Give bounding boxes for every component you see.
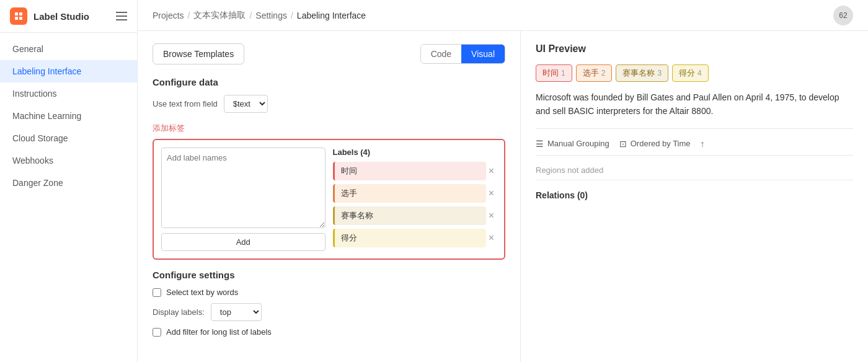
menu-icon[interactable]: [116, 12, 127, 20]
sort-direction-item[interactable]: ↑: [701, 139, 705, 149]
preview-tag-saishimingcheng[interactable]: 赛事名称 3: [616, 64, 668, 82]
breadcrumb-sep-3: /: [291, 11, 293, 20]
select-text-words-label[interactable]: Select text by words: [166, 288, 238, 297]
breadcrumb-projects[interactable]: Projects: [153, 11, 184, 20]
configure-settings-section: Configure settings Select text by words …: [153, 270, 505, 337]
view-toggle: Code Visual: [420, 44, 505, 64]
add-filter-checkbox[interactable]: [153, 328, 161, 337]
configure-settings-title: Configure settings: [153, 270, 505, 280]
label-chip-defen: 得分: [333, 229, 486, 247]
sort-icon: ↑: [701, 139, 705, 149]
label-editor: Add Labels (4) 时间 × 选手 × 赛事名称 ×: [153, 139, 505, 260]
label-close-saishimingcheng[interactable]: ×: [486, 210, 497, 221]
right-panel: UI Preview 时间 1 选手 2 赛事名称 3 得分 4: [521, 31, 868, 362]
add-filter-row: Add filter for long list of labels: [153, 327, 505, 337]
label-close-shijian[interactable]: ×: [486, 166, 497, 177]
tag-num-xuanshou: 2: [601, 69, 606, 77]
left-panel: Browse Templates Code Visual Configure d…: [138, 31, 521, 362]
preview-tag-shijian[interactable]: 时间 1: [536, 64, 572, 82]
regions-not-added: Regions not added: [536, 161, 853, 180]
svg-rect-0: [15, 12, 18, 15]
sidebar-item-instructions[interactable]: Instructions: [0, 82, 137, 105]
label-item: 得分 ×: [333, 229, 497, 247]
code-view-button[interactable]: Code: [421, 45, 461, 63]
sidebar-navigation: General Labeling Interface Instructions …: [0, 33, 137, 199]
main-content: Projects / 文本实体抽取 / Settings / Labeling …: [138, 0, 868, 362]
breadcrumb: Projects / 文本实体抽取 / Settings / Labeling …: [153, 10, 366, 21]
preview-tag-xuanshou[interactable]: 选手 2: [576, 64, 613, 82]
sidebar-header: Label Studio: [0, 0, 137, 33]
user-avatar[interactable]: 62: [833, 6, 853, 25]
sidebar-item-machine-learning[interactable]: Machine Learning: [0, 105, 137, 127]
tag-num-defen: 4: [698, 69, 702, 77]
add-filter-label[interactable]: Add filter for long list of labels: [166, 327, 272, 337]
sidebar-item-cloud-storage[interactable]: Cloud Storage: [0, 127, 137, 149]
preview-tag-defen[interactable]: 得分 4: [672, 64, 709, 82]
relations-title: Relations (0): [536, 190, 853, 200]
breadcrumb-sep-1: /: [188, 11, 190, 20]
manual-grouping-label: Manual Grouping: [547, 139, 609, 148]
label-close-xuanshou[interactable]: ×: [486, 188, 497, 199]
tag-text-xuanshou: 选手: [583, 68, 599, 79]
display-labels-select[interactable]: top bottom hidden: [211, 303, 262, 321]
preview-title: UI Preview: [536, 43, 853, 55]
tag-num-saishimingcheng: 3: [657, 69, 662, 77]
label-chip-xuanshou: 选手: [333, 184, 486, 203]
display-labels-row: Display labels: top bottom hidden: [153, 303, 505, 321]
browse-templates-button[interactable]: Browse Templates: [153, 43, 244, 64]
breadcrumb-project-name[interactable]: 文本实体抽取: [193, 10, 246, 21]
sidebar: Label Studio General Labeling Interface …: [0, 0, 138, 362]
grouping-row: ☰ Manual Grouping ⊡ Ordered by Time ↑: [536, 139, 853, 156]
ordered-by-time-label: Ordered by Time: [631, 139, 691, 148]
sidebar-item-webhooks[interactable]: Webhooks: [0, 149, 137, 172]
label-close-defen[interactable]: ×: [486, 232, 497, 244]
preview-label-tags: 时间 1 选手 2 赛事名称 3 得分 4: [536, 64, 853, 82]
label-chip-shijian: 时间: [333, 162, 486, 180]
ordered-by-time-item[interactable]: ⊡ Ordered by Time: [619, 139, 691, 149]
configure-data-section: Configure data Use text from field $text: [153, 77, 505, 113]
sidebar-item-labeling-interface[interactable]: Labeling Interface: [0, 60, 137, 82]
field-row: Use text from field $text: [153, 95, 505, 113]
topbar: Projects / 文本实体抽取 / Settings / Labeling …: [138, 0, 868, 31]
add-label-link[interactable]: 添加标签: [153, 123, 185, 134]
select-text-words-checkbox[interactable]: [153, 288, 161, 297]
labels-count-title: Labels (4): [333, 148, 497, 157]
tag-text-defen: 得分: [679, 68, 695, 79]
content-area: Browse Templates Code Visual Configure d…: [138, 31, 868, 362]
sidebar-item-danger-zone[interactable]: Danger Zone: [0, 172, 137, 194]
tag-num-shijian: 1: [561, 69, 565, 77]
breadcrumb-current: Labeling Interface: [297, 11, 366, 20]
breadcrumb-settings[interactable]: Settings: [255, 11, 287, 20]
display-labels-label: Display labels:: [153, 307, 205, 317]
select-text-words-row: Select text by words: [153, 288, 505, 297]
configure-data-title: Configure data: [153, 77, 505, 87]
text-field-select[interactable]: $text: [224, 95, 268, 113]
toolbar-row: Browse Templates Code Visual: [153, 43, 505, 64]
list-icon: ☰: [536, 139, 544, 149]
label-names-textarea[interactable]: [161, 148, 326, 228]
tag-text-shijian: 时间: [542, 68, 559, 79]
sidebar-item-general[interactable]: General: [0, 38, 137, 60]
clock-icon: ⊡: [619, 139, 627, 149]
visual-view-button[interactable]: Visual: [461, 45, 505, 63]
label-list: Labels (4) 时间 × 选手 × 赛事名称 × 得分: [333, 148, 497, 251]
svg-rect-1: [19, 12, 22, 15]
app-name: Label Studio: [33, 11, 89, 22]
manual-grouping-item[interactable]: ☰ Manual Grouping: [536, 139, 609, 149]
label-item: 时间 ×: [333, 162, 497, 180]
breadcrumb-sep-2: /: [249, 11, 252, 20]
label-chip-saishimingcheng: 赛事名称: [333, 206, 486, 225]
label-item: 选手 ×: [333, 184, 497, 203]
tag-text-saishimingcheng: 赛事名称: [622, 68, 655, 79]
add-label-button[interactable]: Add: [161, 233, 326, 251]
label-item: 赛事名称 ×: [333, 206, 497, 225]
app-logo: [10, 7, 27, 25]
svg-rect-3: [19, 17, 22, 20]
svg-rect-2: [15, 17, 18, 20]
preview-text: Microsoft was founded by Bill Gates and …: [536, 90, 853, 129]
field-label: Use text from field: [153, 99, 218, 108]
